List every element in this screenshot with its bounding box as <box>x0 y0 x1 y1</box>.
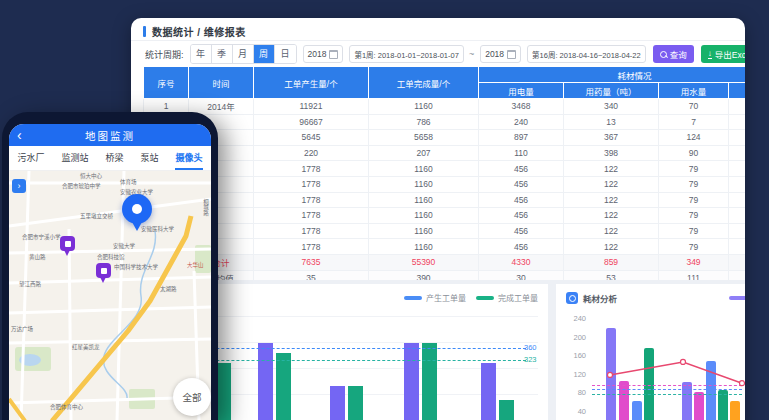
period-option-日[interactable]: 日 <box>275 45 296 63</box>
week-from-input[interactable]: 第1周: 2018-01-01~2018-01-07 <box>349 45 463 63</box>
table-cell: 7 <box>659 114 729 130</box>
tab-摄像头[interactable]: 摄像头 <box>175 146 202 170</box>
table-cell: 456 <box>479 176 564 192</box>
camera-pin[interactable] <box>96 263 111 278</box>
table-row: 10177811604561227967 <box>144 239 746 255</box>
legend-marker-produced <box>404 296 422 300</box>
map-poi-label: 太湖路 <box>160 285 177 293</box>
tab-监测站[interactable]: 监测站 <box>61 146 88 170</box>
map-view[interactable]: 恒大中心合肥市琥珀中学体育场安徽农业大学五里墩立交桥安徽医科大学合肥市宁溪小学安… <box>9 171 211 420</box>
consumables-chart-panel: 耗材分析 2402001601208040 <box>556 284 745 420</box>
divider <box>131 40 745 41</box>
map-poi-label: 安徽医科大学 <box>141 225 174 233</box>
download-icon: ↓ <box>708 50 712 59</box>
table-cell: 122 <box>564 176 659 192</box>
map-poi-label: 万达广场 <box>11 325 33 333</box>
calendar-icon <box>507 50 516 59</box>
table-cell: 690 <box>729 114 746 130</box>
consumable-bar <box>682 382 692 420</box>
period-option-周[interactable]: 周 <box>254 45 275 63</box>
legend-marker-clipped <box>729 296 745 300</box>
bar-produced <box>330 386 345 420</box>
map-poi-label: 体育场 <box>120 178 137 186</box>
map-poi-label: 五里墩立交桥 <box>80 212 113 220</box>
bar-completed <box>422 343 437 420</box>
tab-泵站[interactable]: 泵站 <box>140 146 158 170</box>
table-header: 序号时间工单产生量/个工单完成量/个耗材情况用电量用药量（吨）用水量用气量 <box>144 67 746 99</box>
table-cell: 79 <box>659 223 729 239</box>
table-cell: 1160 <box>369 99 479 115</box>
consumable-bar <box>706 361 716 420</box>
filter-bar: 统计周期: 年季月周日 2018 第1周: 2018-01-01~2018-01… <box>145 44 745 64</box>
table-row: 9177811604561227967 <box>144 223 746 239</box>
table-cell: 456 <box>479 161 564 177</box>
table-row: 42202071103989019 <box>144 145 746 161</box>
table-cell: 240 <box>479 114 564 130</box>
export-excel-button[interactable]: ↓ 导出Excel <box>701 45 745 63</box>
map-poi-label: 合肥市琥珀中学 <box>62 182 101 190</box>
column-header: 工单完成量/个 <box>369 67 479 99</box>
table-cell: 456 <box>479 208 564 224</box>
table-cell: 67 <box>729 176 746 192</box>
table-cell: 33 <box>729 254 746 270</box>
table-cell: 79 <box>659 239 729 255</box>
year-to-select[interactable]: 2018 <box>480 45 521 63</box>
map-expander-button[interactable]: › <box>12 179 26 193</box>
map-poi-label: 桐城路 <box>202 199 210 216</box>
legend-item-produced[interactable]: 产生工单量 <box>404 292 466 303</box>
table-cell: 122 <box>564 239 659 255</box>
year-from-select[interactable]: 2018 <box>303 45 344 63</box>
tab-污水厂[interactable]: 污水厂 <box>17 146 44 170</box>
week-to-input[interactable]: 第16周: 2018-04-16~2018-04-22 <box>527 45 646 63</box>
reference-line-label: 323 <box>524 355 548 364</box>
table-cell: 1778 <box>254 239 369 255</box>
table-cell: 349 <box>659 254 729 270</box>
table-cell: 398 <box>564 145 659 161</box>
chart-legend: 产生工单量 完成工单量 <box>404 292 538 303</box>
table-cell: 79 <box>659 192 729 208</box>
camera-pin[interactable] <box>60 236 75 251</box>
table-cell: 1160 <box>369 192 479 208</box>
table-cell: 7635 <box>254 254 369 270</box>
bar-produced <box>404 343 419 420</box>
tab-桥梁[interactable]: 桥梁 <box>105 146 123 170</box>
table-cell: 67 <box>729 161 746 177</box>
legend-label-produced: 产生工单量 <box>426 292 466 303</box>
phone-page-title: 地图监测 <box>9 128 211 143</box>
gear-icon <box>566 292 578 304</box>
query-button[interactable]: 查询 <box>653 45 694 63</box>
period-label: 统计周期: <box>145 48 184 61</box>
column-header: 时间 <box>189 67 254 99</box>
legend-item-completed[interactable]: 完成工单量 <box>476 292 538 303</box>
table-cell: 1778 <box>254 192 369 208</box>
panel-title: 耗材分析 <box>583 292 617 304</box>
show-all-button[interactable]: 全部 <box>173 378 211 416</box>
table-cell: 11921 <box>254 99 369 115</box>
map-poi-label: 恒大中心 <box>80 172 102 180</box>
period-option-月[interactable]: 月 <box>233 45 254 63</box>
phone-header: ‹ 地图监测 <box>9 124 211 146</box>
table-cell: 456 <box>479 192 564 208</box>
breadcrumb-text: 数据统计 / 维修报表 <box>152 24 246 39</box>
map-poi-label: 黄山路 <box>29 253 46 261</box>
bar-completed <box>216 363 231 420</box>
consumable-bar <box>730 401 740 420</box>
table-row: 12014年119211160346834070250 <box>144 99 746 115</box>
consumable-bar <box>606 328 616 420</box>
y-axis-tick: 160 <box>560 351 586 360</box>
year-from-value: 2018 <box>308 49 327 59</box>
period-option-季[interactable]: 季 <box>212 45 233 63</box>
selected-location-pin[interactable] <box>122 194 152 224</box>
table-cell: 1778 <box>254 176 369 192</box>
sub-column-header: 用气量 <box>729 83 746 99</box>
table-cell: 1778 <box>254 223 369 239</box>
table-cell: 124 <box>659 130 729 146</box>
reference-line-label: 360 <box>524 343 548 352</box>
map-poi-label: 中国科学技术大学 <box>114 263 158 271</box>
table-cell: 786 <box>369 114 479 130</box>
consumable-bar <box>632 401 642 420</box>
period-option-年[interactable]: 年 <box>191 45 212 63</box>
table-total-row: 合计763555390433085934933 <box>144 254 746 270</box>
map-poi-label: 望江西路 <box>19 280 41 288</box>
y-axis-tick: 80 <box>560 388 586 397</box>
